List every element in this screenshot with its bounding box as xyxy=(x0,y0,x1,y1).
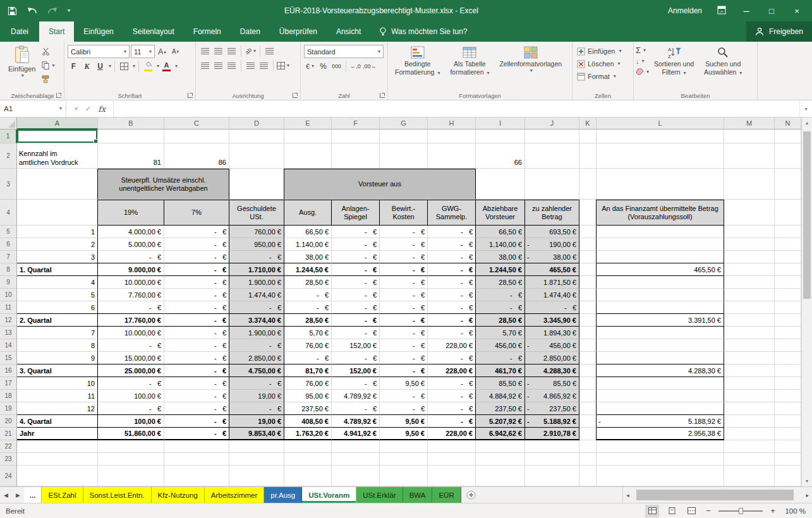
cell-A17[interactable]: 10 xyxy=(17,377,98,390)
cell-F17[interactable]: - € xyxy=(332,377,380,390)
cell-G22[interactable] xyxy=(380,440,428,453)
cell-I24[interactable] xyxy=(476,466,525,486)
decrease-indent-button[interactable] xyxy=(245,59,257,72)
cell-D19[interactable]: - € xyxy=(229,402,284,415)
cell-M18[interactable] xyxy=(724,390,775,402)
cell-H12[interactable]: - € xyxy=(428,314,476,327)
cell-L3[interactable] xyxy=(597,169,724,200)
cell-H5[interactable]: - € xyxy=(428,226,476,238)
orientation-button[interactable]: ab▾ xyxy=(245,45,257,57)
cell-D18[interactable]: 19,00 € xyxy=(229,390,284,402)
cell-F21[interactable]: 4.941,92 € xyxy=(332,428,380,440)
cell-K10[interactable] xyxy=(579,289,597,301)
cell-F11[interactable]: - € xyxy=(332,301,380,314)
cell-E2[interactable] xyxy=(284,143,332,169)
cell-C23[interactable] xyxy=(164,453,229,466)
cell-J17[interactable]: -85,50 € xyxy=(525,377,579,390)
cell-N9[interactable] xyxy=(775,276,801,289)
cell-F23[interactable] xyxy=(332,453,380,466)
cell-N24[interactable] xyxy=(775,466,801,486)
cell-K1[interactable] xyxy=(579,130,597,143)
cell-B8[interactable]: 9.000,00 € xyxy=(98,263,164,276)
cell-L11[interactable] xyxy=(597,301,724,314)
cut-button[interactable] xyxy=(42,46,54,57)
row-header-24[interactable]: 24 xyxy=(0,466,17,486)
zoom-out-button[interactable]: − xyxy=(704,506,713,515)
cell-D20[interactable]: 19,00 € xyxy=(229,415,284,428)
sheet-tab-USt.Voranm[interactable]: USt.Voranm xyxy=(302,487,356,503)
cell-B21[interactable]: 51.860,00 € xyxy=(98,428,164,440)
cell-E22[interactable] xyxy=(284,440,332,453)
cell-G11[interactable]: - € xyxy=(380,301,428,314)
fill-button[interactable]: ↓▾ xyxy=(636,56,649,66)
ribbon-tab-einfügen[interactable]: Einfügen xyxy=(74,21,123,42)
zoom-in-button[interactable]: + xyxy=(768,506,777,515)
cell-E12[interactable]: 28,50 € xyxy=(284,314,332,327)
cell-D5[interactable]: 760,00 € xyxy=(229,226,284,238)
cell-M21[interactable] xyxy=(724,428,775,440)
cell-K11[interactable] xyxy=(579,301,597,314)
align-left-button[interactable] xyxy=(199,59,211,72)
sheet-tab-BWA[interactable]: BWA xyxy=(403,487,433,503)
cell-B11[interactable]: - € xyxy=(98,301,164,314)
cell-L13[interactable] xyxy=(597,327,724,339)
cell-K21[interactable] xyxy=(579,428,597,440)
cell-E18[interactable]: 95,00 € xyxy=(284,390,332,402)
cell-E8[interactable]: 1.244,50 € xyxy=(284,263,332,276)
row-header-13[interactable]: 13 xyxy=(0,327,17,339)
cell-F13[interactable]: - € xyxy=(332,327,380,339)
cell-H9[interactable]: - € xyxy=(428,276,476,289)
cell-J6[interactable]: -190,00 € xyxy=(525,238,579,251)
cell-I20[interactable]: 5.207,92 € xyxy=(476,415,525,428)
row-header-9[interactable]: 9 xyxy=(0,276,17,289)
cell-B6[interactable]: 5.000,00 € xyxy=(98,238,164,251)
cell-C6[interactable]: - € xyxy=(164,238,229,251)
cell-D21[interactable]: 9.853,40 € xyxy=(229,428,284,440)
cell-H15[interactable]: - € xyxy=(428,352,476,364)
tell-me-box[interactable]: Was möchten Sie tun? xyxy=(370,21,476,42)
cell-L19[interactable] xyxy=(597,402,724,415)
cell-F6[interactable]: - € xyxy=(332,238,380,251)
cell-K7[interactable] xyxy=(579,251,597,263)
cell-M20[interactable] xyxy=(724,415,775,428)
cell-L21[interactable]: 2.956,38 € xyxy=(597,428,724,440)
cell-B15[interactable]: 15.000,00 € xyxy=(98,352,164,364)
cell-N22[interactable] xyxy=(775,440,801,453)
cell-J18[interactable]: -4.865,92 € xyxy=(525,390,579,402)
cell-L18[interactable] xyxy=(597,390,724,402)
cell-N3[interactable] xyxy=(775,169,801,200)
name-box[interactable]: A1▾ xyxy=(0,100,66,117)
ribbon-tab-überprüfen[interactable]: Überprüfen xyxy=(270,21,327,42)
cell-K5[interactable] xyxy=(579,226,597,238)
cell-C20[interactable]: - € xyxy=(164,415,229,428)
cell-E7[interactable]: 38,00 € xyxy=(284,251,332,263)
font-size-select[interactable]: 11▾ xyxy=(131,45,155,58)
cell-F12[interactable]: - € xyxy=(332,314,380,327)
cell-styles-button[interactable]: Zellenformatvorlagen ▾ xyxy=(494,44,567,78)
cell-A6[interactable]: 2 xyxy=(17,238,98,251)
zoom-level[interactable]: 100 % xyxy=(783,507,806,515)
share-button[interactable]: Freigeben xyxy=(746,21,812,42)
name-box-dropdown[interactable]: ▾ xyxy=(59,106,62,111)
increase-font-button[interactable]: A▴ xyxy=(156,45,168,58)
cell-A14[interactable]: 8 xyxy=(17,339,98,352)
cell-N17[interactable] xyxy=(775,377,801,390)
col-header-K[interactable]: K xyxy=(579,117,597,130)
insert-function-button[interactable]: fx xyxy=(98,104,106,114)
row-header-17[interactable]: 17 xyxy=(0,377,17,390)
cell-A13[interactable]: 7 xyxy=(17,327,98,339)
cell-L14[interactable] xyxy=(597,339,724,352)
cell-G12[interactable]: - € xyxy=(380,314,428,327)
cell-J14[interactable]: -456,00 € xyxy=(525,339,579,352)
cell-H4[interactable]: GWG-Sammelp. xyxy=(428,200,476,226)
row-header-11[interactable]: 11 xyxy=(0,301,17,314)
cell-L12[interactable]: 3.391,50 € xyxy=(597,314,724,327)
cell-A5[interactable]: 1 xyxy=(17,226,98,238)
cell-E1[interactable] xyxy=(284,130,332,143)
cell-H13[interactable]: - € xyxy=(428,327,476,339)
cell-F18[interactable]: 4.789,92 € xyxy=(332,390,380,402)
cell-E9[interactable]: 28,50 € xyxy=(284,276,332,289)
cell-K18[interactable] xyxy=(579,390,597,402)
row-header-19[interactable]: 19 xyxy=(0,402,17,415)
number-format-select[interactable]: Standard▾ xyxy=(304,45,384,58)
